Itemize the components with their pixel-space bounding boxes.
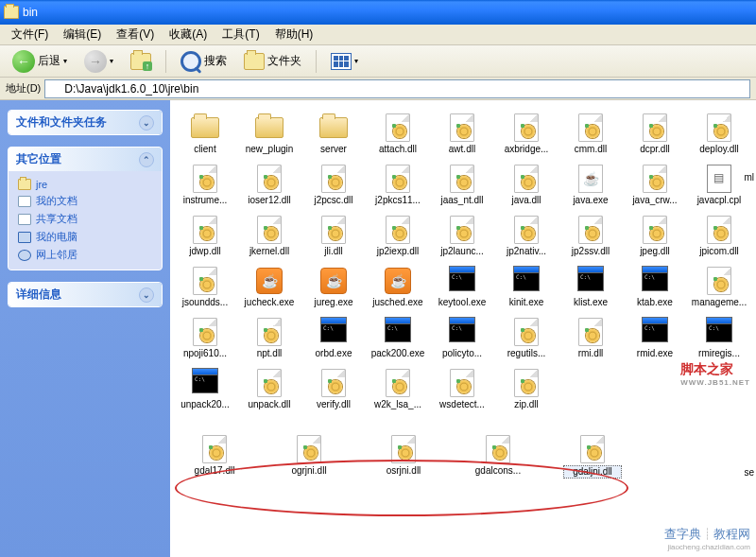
file-item[interactable]: unpack20... (174, 367, 236, 412)
file-item[interactable]: regutils... (495, 316, 558, 361)
file-list-pane[interactable]: clientnew_pluginserverattach.dllawt.dlla… (170, 100, 756, 557)
file-label: ogrjni.dll (280, 465, 338, 477)
address-input[interactable]: D:\Java\jdk1.6.0_10\jre\bin (44, 79, 750, 98)
file-item[interactable]: jp2ssv.dll (559, 214, 622, 259)
menu-favorites[interactable]: 收藏(A) (162, 25, 215, 44)
dll-file-icon (450, 165, 474, 193)
sidebar-link[interactable]: 我的电脑 (18, 228, 152, 246)
title-bar: bin (0, 0, 756, 25)
sidebar-link[interactable]: 我的文档 (18, 192, 152, 210)
file-item[interactable]: attach.dll (367, 112, 429, 157)
file-item[interactable]: java.dll (495, 163, 558, 208)
address-bar: 地址(D) D:\Java\jdk1.6.0_10\jre\bin (0, 78, 756, 100)
file-item[interactable]: client (174, 112, 236, 157)
file-label: gdaljni.dll (563, 465, 622, 479)
dll-file-icon (193, 318, 217, 346)
menu-edit[interactable]: 编辑(E) (56, 25, 109, 44)
file-label: jkernel.dll (240, 246, 299, 257)
sidebar-link[interactable]: jre (18, 177, 152, 192)
file-item[interactable]: jp2launc... (431, 214, 493, 259)
panel-details: 详细信息 ⌄ (8, 282, 163, 307)
file-item[interactable]: jpicom.dll (688, 214, 750, 259)
file-item[interactable]: gdaljni.dll (561, 433, 624, 480)
dll-file-icon (386, 113, 410, 142)
file-label: gdal17.dll (185, 465, 244, 477)
file-item[interactable]: server (302, 112, 365, 157)
file-item[interactable]: npoji610... (174, 316, 236, 361)
file-item[interactable]: rmi.dll (559, 316, 622, 361)
file-item[interactable]: jpeg.dll (624, 214, 686, 259)
file-item[interactable]: jusched.exe (367, 265, 429, 310)
file-item[interactable]: zip.dll (495, 367, 558, 412)
file-item[interactable]: kinit.exe (495, 265, 558, 310)
file-item[interactable]: rmid.exe (624, 316, 686, 361)
file-item[interactable]: new_plugin (238, 112, 301, 157)
file-item[interactable]: axbridge... (495, 112, 558, 157)
file-item[interactable]: awt.dll (431, 112, 493, 157)
dll-file-icon (321, 369, 346, 397)
up-button[interactable] (124, 50, 158, 73)
dll-file-icon (643, 113, 667, 142)
file-item[interactable]: ogrjni.dll (278, 433, 340, 480)
link-label: 我的电脑 (36, 230, 77, 244)
dll-file-icon (707, 216, 731, 244)
file-item[interactable]: osrjni.dll (372, 433, 435, 480)
folders-button[interactable]: 文件夹 (237, 50, 308, 73)
file-item[interactable]: cmm.dll (559, 112, 622, 157)
menu-file[interactable]: 文件(F) (4, 25, 56, 44)
panel-header[interactable]: 其它位置 ⌃ (9, 148, 162, 171)
file-item[interactable]: npt.dll (238, 316, 301, 361)
file-item[interactable]: manageme... (688, 265, 750, 310)
file-item[interactable]: java_crw... (624, 163, 686, 208)
folder-icon (255, 117, 284, 138)
panel-header[interactable]: 详细信息 ⌄ (9, 283, 162, 306)
file-item[interactable]: deploy.dll (688, 112, 750, 157)
file-item[interactable]: jaas_nt.dll (431, 163, 493, 208)
file-item[interactable]: orbd.exe (302, 316, 365, 361)
file-item[interactable]: jp2iexp.dll (367, 214, 429, 259)
file-item[interactable]: keytool.exe (431, 265, 493, 310)
sidebar-link[interactable]: 共享文档 (18, 210, 152, 228)
file-item[interactable]: jp2nativ... (495, 214, 558, 259)
search-button[interactable]: 搜索 (174, 48, 233, 75)
menu-view[interactable]: 查看(V) (109, 25, 162, 44)
chevron-down-icon: ▾ (110, 57, 113, 65)
file-item[interactable]: gdal17.dll (183, 433, 246, 480)
file-item[interactable]: rmiregis... (688, 316, 750, 361)
file-item[interactable]: jkernel.dll (238, 214, 301, 259)
file-item[interactable]: gdalcons... (467, 433, 529, 480)
back-button[interactable]: ← 后退 ▾ (6, 47, 74, 76)
file-item[interactable]: j2pkcs11... (367, 163, 429, 208)
up-folder-icon (130, 53, 151, 70)
panel-header[interactable]: 文件和文件夹任务 ⌄ (9, 111, 162, 134)
file-item[interactable]: instrume... (174, 163, 236, 208)
file-label: keytool.exe (433, 297, 491, 308)
file-item[interactable]: jureg.exe (302, 265, 365, 310)
menu-help[interactable]: 帮助(H) (267, 25, 321, 44)
file-item[interactable]: dcpr.dll (624, 112, 686, 157)
file-item[interactable]: j2pcsc.dll (302, 163, 365, 208)
file-item[interactable]: w2k_lsa_... (367, 367, 429, 412)
views-button[interactable]: ▾ (324, 50, 365, 73)
file-item[interactable]: java.exe (559, 163, 622, 208)
file-item[interactable]: pack200.exe (367, 316, 429, 361)
link-label: jre (36, 179, 47, 190)
menu-tools[interactable]: 工具(T) (215, 25, 266, 44)
file-item[interactable]: wsdetect... (431, 367, 493, 412)
file-item[interactable]: ioser12.dll (238, 163, 301, 208)
file-item[interactable]: jdwp.dll (174, 214, 236, 259)
exe-console-icon (385, 322, 411, 342)
forward-button[interactable]: → ▾ (77, 47, 120, 76)
file-item[interactable]: ktab.exe (624, 265, 686, 310)
file-item[interactable]: jsoundds... (174, 265, 236, 310)
dll-file-icon (707, 267, 731, 295)
file-item[interactable]: jucheck.exe (238, 265, 301, 310)
file-item[interactable]: jli.dll (302, 214, 365, 259)
link-label: 网上邻居 (36, 248, 77, 262)
file-item[interactable]: klist.exe (559, 265, 622, 310)
file-item[interactable]: policyto... (431, 316, 493, 361)
file-item[interactable]: javacpl.cpl (688, 163, 750, 208)
file-item[interactable]: verify.dll (302, 367, 365, 412)
sidebar-link[interactable]: 网上邻居 (18, 246, 152, 264)
file-item[interactable]: unpack.dll (238, 367, 301, 412)
